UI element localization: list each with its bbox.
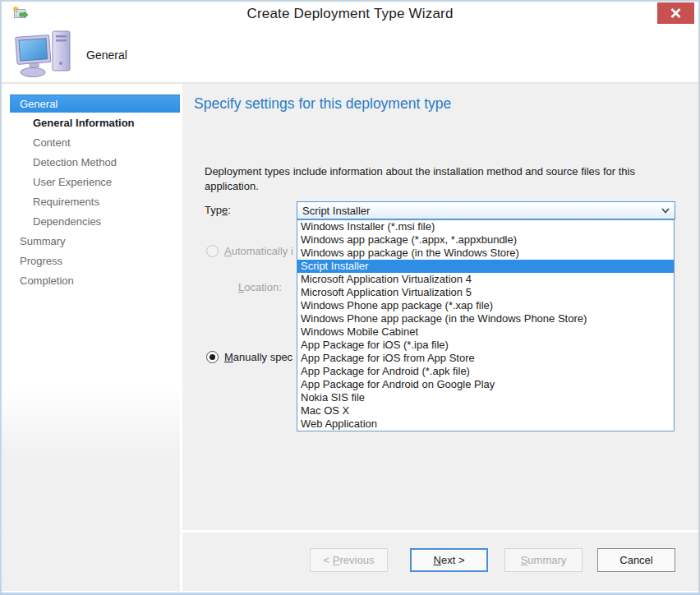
sidebar-item-content: Content [10,134,180,152]
dropdown-option[interactable]: Windows Installer (*.msi file) [297,220,674,233]
radio-automatically-identify: Automatically i [206,245,293,257]
header-page-title: General [86,48,127,62]
sidebar-item-summary: Summary [10,233,180,251]
summary-button: Summary [504,548,583,572]
radio-button-icon [206,245,219,257]
page-description: Deployment types include information abo… [205,164,670,194]
location-label: Location: [238,281,282,293]
dropdown-option[interactable]: Windows Phone app package (*.xap file) [297,299,674,312]
radio-automatically-label: Automatically i [224,245,293,257]
sidebar-item-general-information: General Information [10,114,180,132]
type-combobox-value: Script Installer [302,205,370,217]
type-dropdown-list: Windows Installer (*.msi file)Windows ap… [297,219,675,431]
dropdown-option[interactable]: App Package for Android on Google Play [297,378,674,391]
dropdown-option[interactable]: App Package for iOS from App Store [297,352,674,365]
radio-button-icon[interactable] [206,351,219,363]
wizard-window: Create Deployment Type Wizard [0,0,700,595]
dropdown-option[interactable]: Microsoft Application Virtualization 4 [297,273,674,286]
dropdown-option[interactable]: Nokia SIS file [297,391,674,404]
cancel-button[interactable]: Cancel [597,548,675,572]
type-combobox[interactable]: Script Installer [297,201,675,219]
sidebar-item-general: General [10,95,180,113]
dropdown-option[interactable]: Microsoft Application Virtualization 5 [297,286,674,299]
next-button[interactable]: Next > [410,548,488,572]
radio-manually-specify[interactable]: Manually spec [206,351,292,363]
page-heading: Specify settings for this deployment typ… [194,95,451,113]
title-bar: Create Deployment Type Wizard [2,2,698,25]
dropdown-option[interactable]: App Package for Android (*.apk file) [297,365,674,378]
type-label: Type: [205,204,231,216]
radio-manually-label: Manually spec [224,351,292,363]
sidebar-item-user-experience: User Experience [10,173,180,191]
sidebar-item-progress: Progress [10,252,180,270]
dropdown-option[interactable]: Mac OS X [297,404,674,417]
close-icon [670,8,681,18]
sidebar-item-detection-method: Detection Method [10,154,180,172]
computer-icon [14,29,78,78]
dropdown-option[interactable]: App Package for iOS (*.ipa file) [297,339,674,352]
chevron-down-icon [661,208,670,214]
dropdown-option[interactable]: Windows Phone app package (in the Window… [297,312,674,325]
window-title: Create Deployment Type Wizard [2,6,698,22]
footer-button-bar: < Previous Next > Summary Cancel [182,533,698,591]
sidebar-item-requirements: Requirements [10,193,180,211]
sidebar-item-completion: Completion [10,272,180,290]
wizard-page: Specify settings for this deployment typ… [182,84,698,591]
wizard-step-list: GeneralGeneral InformationContentDetecti… [2,84,182,591]
dropdown-option[interactable]: Windows Mobile Cabinet [297,325,674,339]
dropdown-option[interactable]: Windows app package (*.appx, *.appxbundl… [297,233,674,247]
dropdown-option[interactable]: Windows app package (in the Windows Stor… [297,247,674,260]
previous-button: < Previous [310,548,388,572]
wizard-header: General [2,25,698,84]
sidebar-item-dependencies: Dependencies [10,213,180,231]
close-button[interactable] [657,2,694,24]
dropdown-option[interactable]: Web Application [297,417,674,431]
dropdown-option[interactable]: Script Installer [297,260,674,273]
